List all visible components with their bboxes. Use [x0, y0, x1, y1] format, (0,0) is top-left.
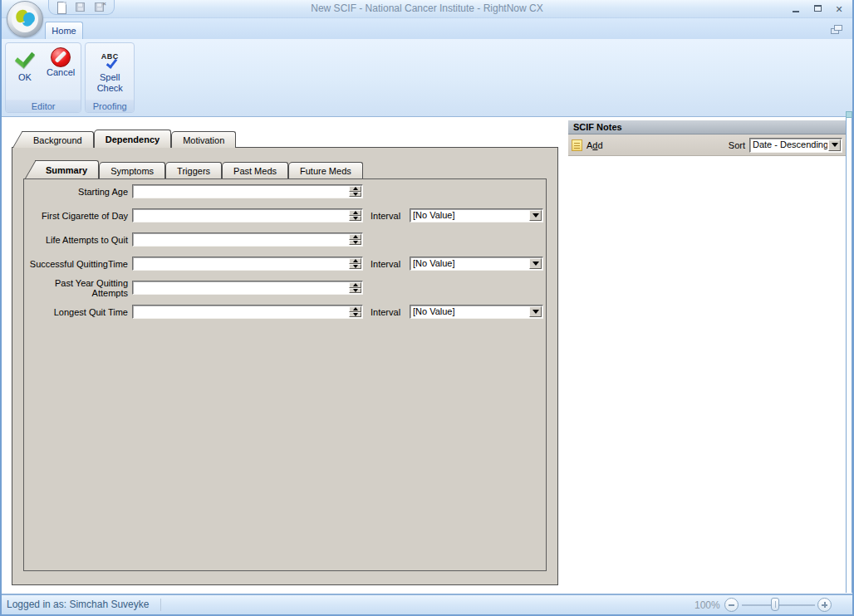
field-value	[133, 185, 349, 198]
spinner	[349, 306, 361, 317]
status-bar: Logged in as: Simchah Suveyke 100%	[2, 594, 852, 614]
scif-notes-toolbar: Add Sort Date - Descending	[568, 134, 846, 156]
ribbon-tab-home[interactable]: Home	[45, 22, 83, 39]
spinner	[349, 210, 361, 221]
arrow-up-icon	[353, 307, 358, 310]
add-note-button[interactable]: Add	[572, 139, 603, 151]
arrow-up-icon	[353, 187, 358, 190]
field-value	[133, 306, 349, 318]
application-menu-button[interactable]	[7, 1, 43, 37]
arrow-up-icon	[353, 235, 358, 238]
spin-down-button[interactable]	[349, 264, 361, 270]
ok-button[interactable]: OK	[7, 46, 42, 85]
arrow-down-icon	[353, 313, 358, 316]
interval-dropdown-button[interactable]	[529, 210, 542, 221]
spell-check-button[interactable]: ABC Spell Check	[87, 46, 132, 95]
tab-motivation[interactable]: Motivation	[171, 131, 236, 148]
field-row: Longest Quit Time Interval [No Value]	[24, 305, 546, 319]
field-label: Starting Age	[24, 187, 132, 197]
summary-fields-box: Starting Age First Cigarette of Day Inte…	[23, 178, 547, 571]
arrow-up-icon	[353, 211, 358, 214]
field-value	[133, 209, 349, 222]
spinner	[349, 186, 361, 197]
interval-value: [No Value]	[410, 209, 528, 222]
field-label: Life Attempts to Quit	[24, 235, 132, 245]
new-document-icon[interactable]	[56, 2, 67, 13]
minimize-button[interactable]	[788, 2, 804, 15]
scif-notes-header: SCIF Notes	[568, 120, 846, 134]
close-button[interactable]	[831, 2, 847, 15]
zoom-out-button[interactable]	[724, 598, 739, 612]
interval-value: [No Value]	[410, 257, 528, 270]
quick-access-toolbar: ×	[48, 0, 115, 15]
field-label: First Cigarette of Day	[24, 211, 132, 221]
title-bar: New SCIF - National Cancer Institute - R…	[2, 0, 852, 18]
ribbon-tab-strip: Home	[2, 18, 852, 39]
sort-select[interactable]: Date - Descending	[749, 138, 842, 153]
spin-down-button[interactable]	[349, 240, 361, 246]
spin-down-button[interactable]	[349, 288, 361, 294]
spin-down-button[interactable]	[349, 192, 361, 198]
spin-down-button[interactable]	[349, 312, 361, 318]
tab-dependency[interactable]: Dependency	[94, 130, 171, 148]
chevron-down-icon	[533, 310, 539, 314]
successful-quittingtime-input[interactable]	[132, 257, 363, 271]
zoom-slider-thumb[interactable]	[771, 598, 779, 611]
restore-icon	[814, 5, 822, 12]
sort-value: Date - Descending	[750, 139, 827, 152]
spin-down-button[interactable]	[349, 216, 361, 222]
minimize-icon	[793, 11, 799, 12]
restore-button[interactable]	[809, 2, 826, 15]
tab-symptoms[interactable]: Symptoms	[99, 162, 165, 178]
interval-select[interactable]: [No Value]	[410, 208, 543, 222]
tab-triggers[interactable]: Triggers	[165, 162, 222, 178]
interval-dropdown-button[interactable]	[529, 306, 542, 317]
status-separator	[160, 599, 161, 611]
first-cigarette-of-day-input[interactable]	[132, 208, 363, 222]
arrow-up-icon	[353, 259, 358, 262]
interval-select[interactable]: [No Value]	[410, 305, 543, 319]
editor-tab-strip: BackgroundDependencyMotivation	[12, 130, 236, 148]
spinner	[349, 258, 361, 269]
cancel-icon	[51, 47, 71, 67]
interval-select[interactable]: [No Value]	[410, 257, 543, 271]
tab-background[interactable]: Background	[22, 131, 94, 148]
sort-dropdown-button[interactable]	[828, 139, 841, 151]
interval-label: Interval	[371, 307, 401, 317]
ok-check-icon	[13, 47, 37, 72]
save-icon[interactable]	[75, 2, 86, 13]
cancel-button[interactable]: Cancel	[42, 46, 79, 80]
field-row: First Cigarette of Day Interval [No Valu…	[24, 208, 546, 222]
tab-past-meds[interactable]: Past Meds	[222, 162, 288, 178]
spinner	[349, 282, 361, 293]
interval-dropdown-button[interactable]	[529, 258, 542, 269]
zoom-level: 100%	[694, 599, 720, 611]
right-scroll-strip[interactable]	[846, 117, 852, 593]
note-icon	[572, 139, 582, 151]
chevron-down-icon	[533, 262, 539, 266]
chevron-down-icon	[832, 143, 838, 147]
zoom-in-button[interactable]	[817, 598, 832, 612]
save-close-icon[interactable]: ×	[94, 2, 106, 13]
interval-label: Interval	[371, 211, 401, 221]
close-icon	[835, 1, 842, 16]
workspace: BackgroundDependencyMotivation SummarySy…	[2, 117, 852, 594]
life-attempts-to-quit-input[interactable]	[132, 232, 363, 247]
field-value	[133, 281, 349, 294]
spell-check-icon: ABC	[98, 47, 121, 72]
window-layout-icon[interactable]	[831, 25, 842, 34]
field-value	[133, 257, 349, 270]
rightnow-logo-icon	[11, 5, 39, 33]
window-controls	[788, 2, 847, 15]
starting-age-input[interactable]	[132, 184, 363, 198]
longest-quit-time-input[interactable]	[132, 305, 363, 319]
logged-in-status: Logged in as: Simchah Suveyke	[7, 599, 149, 610]
window-title: New SCIF - National Cancer Institute - R…	[168, 0, 686, 17]
tab-future-meds[interactable]: Future Meds	[288, 162, 363, 178]
field-row: Successful QuittingTime Interval [No Val…	[24, 257, 546, 271]
minus-icon	[729, 604, 734, 606]
tab-summary[interactable]: Summary	[35, 160, 99, 178]
right-strip-handle[interactable]	[846, 111, 852, 118]
past-year-quitting-attempts-input[interactable]	[132, 281, 363, 295]
field-label: Past Year Quitting Attempts	[24, 278, 132, 298]
